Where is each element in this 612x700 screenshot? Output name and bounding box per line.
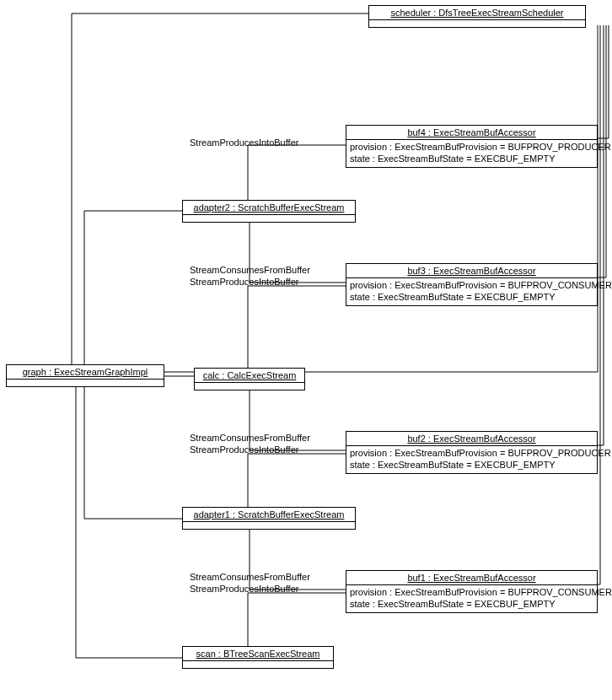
node-buf4-title: buf4 : ExecStreamBufAccessor xyxy=(346,126,597,139)
node-adapter1-title: adapter1 : ScratchBufferExecStream xyxy=(183,508,355,521)
node-buf1-attr-provision: provision : ExecStreamBufProvision = BUF… xyxy=(350,587,593,599)
node-buf2-attr-provision: provision : ExecStreamBufProvision = BUF… xyxy=(350,448,593,460)
node-buf2: buf2 : ExecStreamBufAccessor provision :… xyxy=(346,431,598,474)
label-produces-buf2: StreamProducesIntoBuffer xyxy=(190,444,298,455)
node-buf1-title: buf1 : ExecStreamBufAccessor xyxy=(346,571,597,584)
label-produces-buf3: StreamProducesIntoBuffer xyxy=(190,277,298,287)
node-scan-title: scan : BTreeScanExecStream xyxy=(183,647,333,660)
node-buf4-attr-state: state : ExecStreamBufState = EXECBUF_EMP… xyxy=(350,153,593,165)
node-buf1-attr-state: state : ExecStreamBufState = EXECBUF_EMP… xyxy=(350,599,593,611)
node-adapter2: adapter2 : ScratchBufferExecStream xyxy=(182,200,356,223)
diagram-canvas: scheduler : DfsTreeExecStreamScheduler b… xyxy=(0,0,612,700)
node-buf3-title: buf3 : ExecStreamBufAccessor xyxy=(346,264,597,277)
label-consumes-buf1: StreamConsumesFromBuffer xyxy=(190,572,310,582)
node-buf4: buf4 : ExecStreamBufAccessor provision :… xyxy=(346,125,598,168)
node-scheduler: scheduler : DfsTreeExecStreamScheduler xyxy=(368,5,586,28)
node-adapter2-title: adapter2 : ScratchBufferExecStream xyxy=(183,201,355,214)
node-adapter1: adapter1 : ScratchBufferExecStream xyxy=(182,507,356,530)
node-buf2-attr-state: state : ExecStreamBufState = EXECBUF_EMP… xyxy=(350,460,593,471)
node-calc: calc : CalcExecStream xyxy=(194,368,305,390)
node-graph-title: graph : ExecStreamGraphImpl xyxy=(7,365,164,379)
node-buf3-attr-provision: provision : ExecStreamBufProvision = BUF… xyxy=(350,280,593,292)
node-buf3: buf3 : ExecStreamBufAccessor provision :… xyxy=(346,263,598,306)
node-calc-title: calc : CalcExecStream xyxy=(195,369,304,382)
label-produces-buf4: StreamProducesIntoBuffer xyxy=(190,137,298,148)
node-scheduler-title: scheduler : DfsTreeExecStreamScheduler xyxy=(369,6,585,19)
node-graph: graph : ExecStreamGraphImpl xyxy=(6,364,164,387)
node-scan: scan : BTreeScanExecStream xyxy=(182,646,334,669)
node-buf2-title: buf2 : ExecStreamBufAccessor xyxy=(346,432,597,445)
label-consumes-buf3: StreamConsumesFromBuffer xyxy=(190,265,310,275)
label-produces-buf1: StreamProducesIntoBuffer xyxy=(190,584,298,594)
label-consumes-buf2: StreamConsumesFromBuffer xyxy=(190,433,310,443)
node-buf4-attr-provision: provision : ExecStreamBufProvision = BUF… xyxy=(350,142,593,153)
node-buf3-attr-state: state : ExecStreamBufState = EXECBUF_EMP… xyxy=(350,292,593,304)
node-buf1: buf1 : ExecStreamBufAccessor provision :… xyxy=(346,570,598,613)
